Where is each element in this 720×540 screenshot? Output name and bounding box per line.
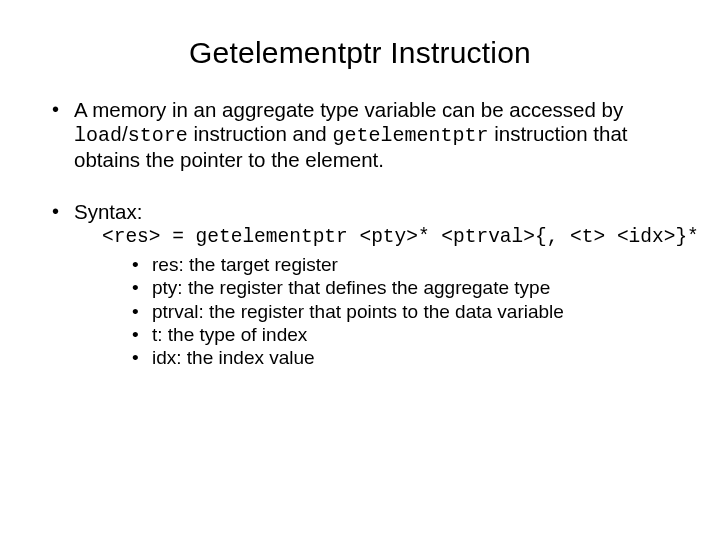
slide-body: A memory in an aggregate type variable c… [0,98,720,369]
sub-item: t: the type of index [132,323,674,346]
text-fragment: A memory in an aggregate type variable c… [74,98,623,121]
text-fragment: instruction and [188,122,333,145]
code-store: store [128,124,188,147]
syntax-block: <res> = getelementptr <pty>* <ptrval>{, … [74,226,674,369]
bullet-list: A memory in an aggregate type variable c… [46,98,674,369]
sub-item: idx: the index value [132,346,674,369]
slide-title: Getelementptr Instruction [0,36,720,70]
sub-item: ptrval: the register that points to the … [132,300,674,323]
bullet-memory: A memory in an aggregate type variable c… [46,98,674,172]
code-load: load [74,124,122,147]
slide: Getelementptr Instruction A memory in an… [0,36,720,540]
bullet-syntax: Syntax: <res> = getelementptr <pty>* <pt… [46,200,674,369]
sub-item: res: the target register [132,253,674,276]
syntax-label: Syntax: [74,200,142,223]
syntax-line: <res> = getelementptr <pty>* <ptrval>{, … [102,226,674,249]
sub-item: pty: the register that defines the aggre… [132,276,674,299]
code-getelementptr: getelementptr [332,124,488,147]
syntax-sublist: res: the target register pty: the regist… [102,253,674,369]
